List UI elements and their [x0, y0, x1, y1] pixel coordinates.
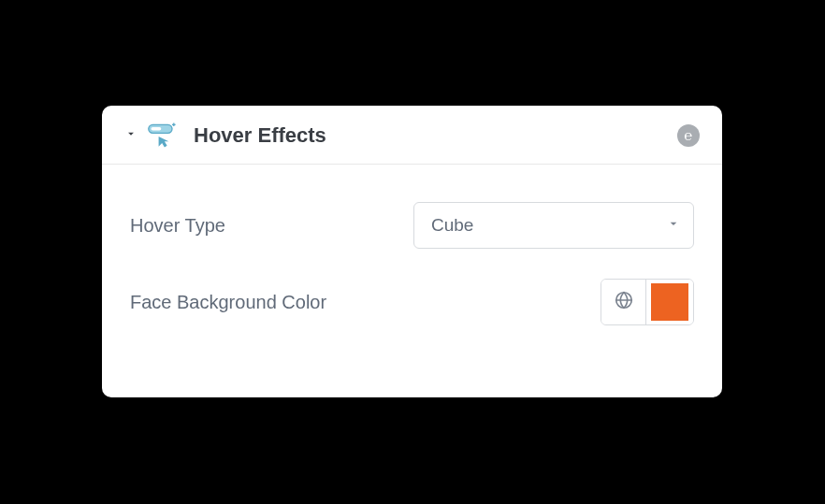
face-bg-color-label: Face Background Color	[130, 292, 401, 313]
face-bg-color-widget	[401, 279, 694, 325]
color-picker-group	[601, 279, 694, 325]
panel-body: Hover Type Cube Face Background Color	[102, 165, 722, 378]
color-swatch	[651, 283, 688, 321]
hover-type-row: Hover Type Cube	[130, 202, 694, 249]
color-swatch-button[interactable]	[646, 280, 693, 324]
global-color-button[interactable]	[601, 280, 646, 324]
svg-rect-1	[152, 127, 162, 131]
collapse-toggle[interactable]	[124, 127, 138, 144]
face-bg-color-row: Face Background Color	[130, 279, 694, 325]
hover-type-select[interactable]: Cube	[413, 202, 694, 249]
hover-type-label: Hover Type	[130, 215, 401, 237]
essential-badge[interactable]: ℮	[677, 124, 700, 147]
hover-type-selected-value: Cube	[413, 202, 694, 249]
hover-effects-icon	[147, 122, 181, 149]
hover-effects-panel: Hover Effects ℮ Hover Type Cube Face Bac…	[102, 106, 722, 397]
panel-header: Hover Effects ℮	[102, 106, 722, 165]
globe-icon	[614, 290, 634, 314]
badge-glyph: ℮	[684, 129, 692, 143]
hover-type-widget: Cube	[401, 202, 694, 249]
caret-down-icon	[124, 127, 138, 144]
panel-title: Hover Effects	[194, 123, 326, 148]
